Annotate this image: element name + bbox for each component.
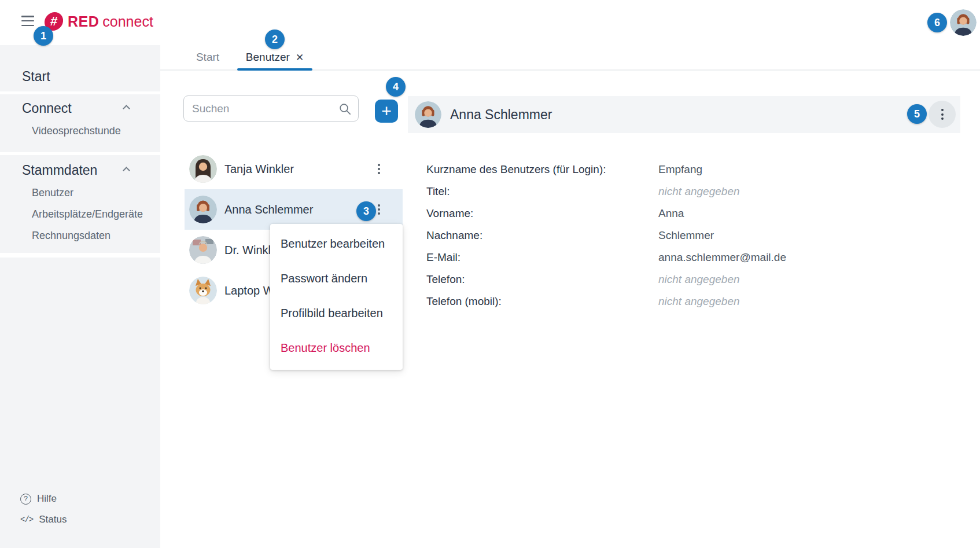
context-menu: Benutzer bearbeiten Passwort ändern Prof… (270, 224, 403, 370)
sidebar-section-stammdaten: Stammdaten Benutzer Arbeitsplätze/Endger… (0, 155, 160, 253)
tab-benutzer-label: Benutzer (246, 51, 290, 64)
avatar (189, 236, 217, 264)
detail-fields: Kurzname des Benutzers (für Login): Empf… (426, 159, 901, 312)
avatar (189, 155, 217, 183)
menu-item-benutzer-loeschen[interactable]: Benutzer löschen (270, 330, 403, 365)
user-avatar[interactable] (950, 9, 977, 36)
field-telefon: Telefon: nicht angegeben (426, 269, 901, 290)
avatar (415, 101, 441, 128)
close-tab-icon[interactable]: ✕ (296, 52, 304, 64)
chevron-up-icon (123, 167, 130, 174)
annotation-marker-2: 2 (265, 30, 285, 49)
tab-strip: Start Benutzer ✕ (160, 45, 980, 71)
sidebar-item-videosprechstunde[interactable]: Videosprechstunde (22, 120, 160, 142)
field-label: Nachname: (426, 229, 658, 242)
row-kebab-menu-icon[interactable] (373, 161, 385, 176)
annotation-marker-4: 4 (386, 77, 406, 97)
field-email: E-Mail: anna.schlemmer@mail.de (426, 247, 901, 269)
sidebar-section-start: Start (0, 45, 160, 91)
status-label: Status (39, 514, 67, 525)
user-name: Dr. Winkl (224, 244, 271, 257)
field-value: anna.schlemmer@mail.de (658, 251, 786, 264)
list-item-tanja-winkler[interactable]: Tanja Winkler (185, 149, 403, 189)
field-label: Kurzname des Benutzers (für Login): (426, 163, 658, 176)
search-icon (338, 102, 352, 116)
field-label: Telefon: (426, 273, 658, 286)
brand-logo: # RED connect (45, 12, 153, 31)
tab-start[interactable]: Start (185, 45, 231, 69)
annotation-marker-1: 1 (34, 26, 53, 46)
field-telefon-mobil: Telefon (mobil): nicht angegeben (426, 290, 901, 312)
menu-item-passwort-aendern[interactable]: Passwort ändern (270, 261, 403, 296)
sidebar-item-hilfe[interactable]: ? Hilfe (20, 490, 160, 507)
sidebar-item-rechnungsdaten[interactable]: Rechnungsdaten (22, 225, 160, 247)
brand-name-red: RED (68, 13, 99, 30)
add-user-button[interactable]: + (375, 100, 398, 123)
sidebar-item-start[interactable]: Start (22, 66, 146, 87)
field-value: Empfang (658, 163, 702, 176)
annotation-marker-5: 5 (907, 104, 927, 124)
hamburger-menu-icon[interactable] (21, 16, 34, 26)
user-name: Anna Schlemmer (224, 203, 313, 216)
field-label: E-Mail: (426, 251, 658, 264)
detail-title: Anna Schlemmer (450, 107, 552, 123)
sidebar-item-benutzer[interactable]: Benutzer (22, 182, 160, 204)
menu-item-benutzer-bearbeiten[interactable]: Benutzer bearbeiten (270, 226, 403, 261)
sidebar-connect-label: Connect (22, 101, 72, 116)
search-box (183, 95, 359, 122)
sidebar-section-connect: Connect Videosprechstunde (0, 94, 160, 152)
field-vorname: Vorname: Anna (426, 203, 901, 225)
avatar (189, 277, 217, 304)
code-icon: </> (20, 515, 33, 524)
chevron-up-icon (123, 105, 130, 112)
help-icon: ? (20, 494, 31, 505)
field-label: Titel: (426, 185, 658, 198)
hilfe-label: Hilfe (37, 493, 57, 505)
field-value: nicht angegeben (658, 273, 740, 286)
user-name: Laptop W (224, 284, 274, 297)
topbar: # RED connect (0, 0, 980, 45)
app-window: # RED connect Start (0, 0, 980, 548)
user-name: Tanja Winkler (224, 163, 294, 176)
field-value: nicht angegeben (658, 185, 740, 198)
sidebar-item-status[interactable]: </> Status (20, 511, 160, 528)
field-label: Vorname: (426, 207, 658, 220)
detail-kebab-menu-button[interactable] (929, 101, 956, 128)
field-value: Schlemmer (658, 229, 714, 242)
field-value: Anna (658, 207, 684, 220)
brand-name-connect: connect (102, 13, 153, 30)
detail-header: Anna Schlemmer (408, 96, 960, 133)
menu-item-profilbild-bearbeiten[interactable]: Profilbild bearbeiten (270, 296, 403, 330)
field-value: nicht angegeben (658, 295, 740, 308)
field-kurzname: Kurzname des Benutzers (für Login): Empf… (426, 159, 901, 181)
field-nachname: Nachname: Schlemmer (426, 225, 901, 247)
sidebar-stammdaten-label: Stammdaten (22, 163, 97, 178)
sidebar-item-arbeitsplaetze[interactable]: Arbeitsplätze/Endgeräte (22, 204, 160, 225)
search-input[interactable] (184, 96, 358, 121)
sidebar-item-stammdaten[interactable]: Stammdaten (22, 160, 146, 181)
field-label: Telefon (mobil): (426, 295, 658, 308)
sidebar-footer: ? Hilfe </> Status (0, 258, 160, 548)
avatar (189, 196, 217, 223)
sidebar-item-connect[interactable]: Connect (22, 98, 146, 119)
annotation-marker-6: 6 (927, 13, 947, 32)
annotation-marker-3: 3 (356, 201, 376, 221)
field-titel: Titel: nicht angegeben (426, 181, 901, 203)
